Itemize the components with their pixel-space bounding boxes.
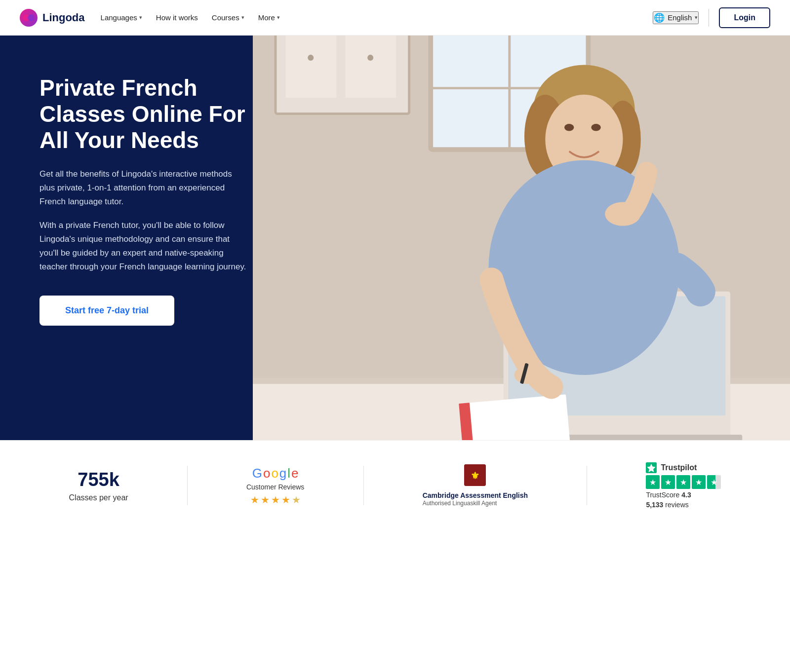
language-selector[interactable]: 🌐 English ▾	[653, 11, 699, 24]
nav-links: Languages ▾ How it works Courses ▾ More …	[101, 13, 280, 22]
trustpilot-logo-icon	[646, 462, 657, 473]
trustpilot-stars: ★ ★ ★ ★ ★	[646, 475, 721, 489]
stat-divider-3	[587, 466, 587, 505]
svg-rect-9	[285, 36, 336, 98]
hero-photo	[253, 36, 790, 440]
google-stars: ★ ★ ★ ★ ★	[250, 494, 301, 506]
chevron-down-icon: ▾	[241, 14, 244, 21]
google-logo: Google	[252, 466, 299, 481]
chevron-down-icon: ▾	[277, 14, 280, 21]
nav-more[interactable]: More ▾	[258, 13, 280, 22]
trustpilot-header: Trustpilot	[646, 462, 697, 473]
hero-title: Private French Classes Online For All Yo…	[40, 75, 247, 153]
stat-divider-2	[363, 466, 364, 505]
svg-text:⚜: ⚜	[471, 470, 479, 481]
chevron-down-icon: ▾	[139, 14, 142, 21]
hero-desc2: With a private French tutor, you'll be a…	[40, 219, 247, 274]
cambridge-name: Cambridge Assessment English	[423, 491, 528, 500]
globe-icon: 🌐	[654, 12, 665, 23]
navbar-right: 🌐 English ▾ Login	[653, 7, 770, 28]
logo-mark	[20, 9, 38, 27]
hero-section: Private French Classes Online For All Yo…	[0, 36, 790, 440]
svg-point-26	[591, 124, 600, 131]
stat-classes: 755k Classes per year	[69, 469, 128, 502]
trustpilot-badge: Trustpilot ★ ★ ★ ★ ★ TrustScore 4.3 5,13…	[646, 462, 721, 509]
hero-desc1: Get all the benefits of Lingoda's intera…	[40, 167, 247, 209]
chevron-down-icon: ▾	[695, 14, 698, 21]
trustpilot-name: Trustpilot	[661, 463, 697, 472]
logo[interactable]: Lingoda	[20, 9, 85, 27]
stat-divider-1	[187, 466, 188, 505]
stats-bar: 755k Classes per year Google Customer Re…	[0, 440, 790, 530]
nav-divider	[709, 9, 709, 27]
classes-number: 755k	[78, 469, 119, 490]
nav-how-it-works[interactable]: How it works	[156, 13, 198, 22]
navbar: Lingoda Languages ▾ How it works Courses…	[0, 0, 790, 36]
svg-point-11	[308, 55, 314, 61]
hero-image	[253, 36, 790, 440]
classes-label: Classes per year	[69, 493, 128, 502]
trustpilot-reviews: 5,133 reviews	[646, 501, 688, 509]
trustpilot-score: TrustScore 4.3	[646, 491, 691, 499]
nav-languages[interactable]: Languages ▾	[101, 13, 142, 22]
svg-point-1	[28, 14, 35, 21]
cambridge-shield: ⚜	[464, 464, 486, 486]
nav-courses[interactable]: Courses ▾	[212, 13, 244, 22]
google-reviews: Google Customer Reviews ★ ★ ★ ★ ★	[246, 466, 304, 506]
svg-point-25	[564, 124, 574, 131]
lingoda-logo-icon	[22, 11, 36, 25]
cambridge-text: Cambridge Assessment English Authorised …	[423, 491, 528, 507]
svg-point-12	[367, 55, 373, 61]
cambridge-sub: Authorised Linguaskill Agent	[423, 500, 528, 507]
hero-content: Private French Classes Online For All Yo…	[0, 36, 286, 365]
cambridge-badge: ⚜ Cambridge Assessment English Authorise…	[423, 464, 528, 507]
google-sub: Customer Reviews	[246, 483, 304, 491]
navbar-left: Lingoda Languages ▾ How it works Courses…	[20, 9, 280, 27]
svg-rect-10	[345, 36, 396, 98]
login-button[interactable]: Login	[719, 7, 770, 28]
brand-name: Lingoda	[42, 11, 85, 24]
cta-button[interactable]: Start free 7-day trial	[40, 296, 174, 326]
cambridge-logo-icon: ⚜	[464, 464, 486, 486]
